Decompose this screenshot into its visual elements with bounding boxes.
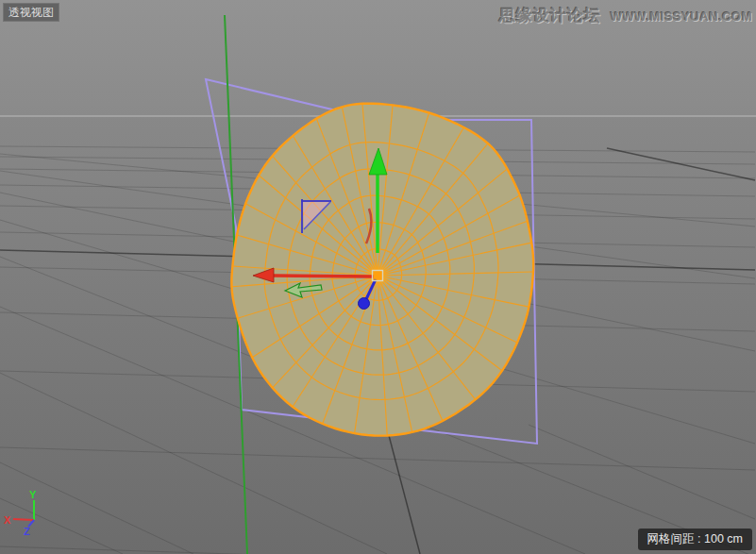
axis-widget-z-label: Z [24,526,30,537]
viewport-title-menu[interactable]: 透视视图 [3,3,59,22]
perspective-viewport[interactable]: Y X Z 透视视图 思缘设计论坛 WWW.MISSYUAN.COM 网格间距 … [0,0,756,554]
axis-widget-x-label: X [4,514,11,526]
watermark: 思缘设计论坛 WWW.MISSYUAN.COM [499,5,752,26]
grid-spacing-status: 网格间距 : 100 cm [638,529,752,550]
watermark-forum-name: 思缘设计论坛 [499,5,601,26]
gizmo-center-square [373,271,383,281]
viewport-canvas[interactable]: Y X Z [0,0,756,554]
axis-widget-y-label: Y [29,489,37,500]
watermark-url: WWW.MISSYUAN.COM [611,9,752,24]
disc-object[interactable] [231,104,533,436]
